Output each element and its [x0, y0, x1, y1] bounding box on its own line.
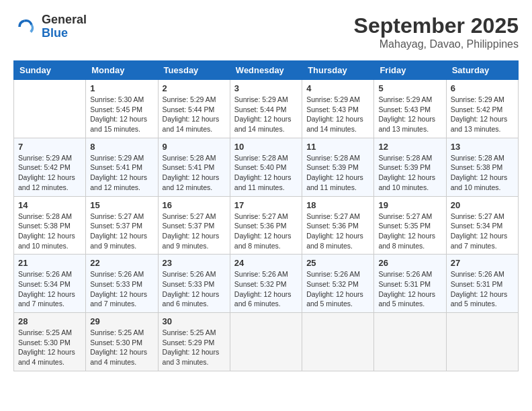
day-info: Sunrise: 5:29 AM Sunset: 5:44 PM Dayligh… — [163, 95, 226, 134]
day-info: Sunrise: 5:26 AM Sunset: 5:31 PM Dayligh… — [451, 269, 514, 309]
table-row: 28Sunrise: 5:25 AM Sunset: 5:30 PM Dayli… — [14, 313, 86, 371]
table-row — [374, 313, 446, 371]
title-block: September 2025 Mahayag, Davao, Philippin… — [354, 13, 519, 50]
day-info: Sunrise: 5:29 AM Sunset: 5:43 PM Dayligh… — [306, 95, 369, 134]
table-row: 26Sunrise: 5:26 AM Sunset: 5:31 PM Dayli… — [374, 255, 446, 313]
day-number: 10 — [234, 142, 298, 152]
table-row: 15Sunrise: 5:27 AM Sunset: 5:37 PM Dayli… — [86, 196, 158, 255]
table-row: 7Sunrise: 5:29 AM Sunset: 5:42 PM Daylig… — [14, 138, 86, 196]
col-tuesday: Tuesday — [158, 61, 230, 80]
calendar-header-row: Sunday Monday Tuesday Wednesday Thursday… — [14, 61, 519, 80]
day-number: 13 — [451, 142, 514, 152]
day-info: Sunrise: 5:28 AM Sunset: 5:38 PM Dayligh… — [451, 153, 514, 193]
day-number: 28 — [18, 316, 81, 326]
day-info: Sunrise: 5:28 AM Sunset: 5:39 PM Dayligh… — [378, 153, 441, 193]
table-row — [446, 313, 518, 371]
day-info: Sunrise: 5:28 AM Sunset: 5:41 PM Dayligh… — [163, 153, 226, 193]
day-info: Sunrise: 5:27 AM Sunset: 5:37 PM Dayligh… — [90, 212, 153, 251]
day-number: 6 — [451, 83, 514, 93]
day-info: Sunrise: 5:29 AM Sunset: 5:42 PM Dayligh… — [18, 153, 81, 193]
table-row: 1Sunrise: 5:30 AM Sunset: 5:45 PM Daylig… — [86, 80, 158, 138]
location-title: Mahayag, Davao, Philippines — [354, 38, 519, 50]
day-number: 27 — [451, 258, 514, 268]
day-number: 3 — [234, 83, 298, 93]
logo-text: General Blue — [42, 13, 87, 40]
day-number: 29 — [90, 316, 153, 326]
logo-icon — [13, 15, 38, 39]
day-number: 14 — [18, 200, 81, 210]
table-row — [302, 313, 374, 371]
col-saturday: Saturday — [446, 61, 518, 80]
day-info: Sunrise: 5:25 AM Sunset: 5:30 PM Dayligh… — [90, 328, 153, 367]
table-row: 4Sunrise: 5:29 AM Sunset: 5:43 PM Daylig… — [302, 80, 374, 138]
day-number: 16 — [163, 200, 226, 210]
col-thursday: Thursday — [302, 61, 374, 80]
col-friday: Friday — [374, 61, 446, 80]
table-row: 10Sunrise: 5:28 AM Sunset: 5:40 PM Dayli… — [230, 138, 302, 196]
day-info: Sunrise: 5:27 AM Sunset: 5:36 PM Dayligh… — [234, 212, 298, 251]
day-info: Sunrise: 5:29 AM Sunset: 5:41 PM Dayligh… — [90, 153, 153, 193]
table-row: 29Sunrise: 5:25 AM Sunset: 5:30 PM Dayli… — [86, 313, 158, 371]
table-row — [230, 313, 302, 371]
day-number: 19 — [378, 200, 441, 210]
table-row: 3Sunrise: 5:29 AM Sunset: 5:44 PM Daylig… — [230, 80, 302, 138]
table-row: 20Sunrise: 5:27 AM Sunset: 5:34 PM Dayli… — [446, 196, 518, 255]
day-info: Sunrise: 5:28 AM Sunset: 5:39 PM Dayligh… — [306, 153, 369, 193]
table-row: 25Sunrise: 5:26 AM Sunset: 5:32 PM Dayli… — [302, 255, 374, 313]
day-number: 9 — [163, 142, 226, 152]
day-number: 11 — [306, 142, 369, 152]
day-info: Sunrise: 5:26 AM Sunset: 5:34 PM Dayligh… — [18, 269, 81, 309]
day-number: 25 — [306, 258, 369, 268]
table-row: 5Sunrise: 5:29 AM Sunset: 5:43 PM Daylig… — [374, 80, 446, 138]
day-number: 18 — [306, 200, 369, 210]
table-row: 19Sunrise: 5:27 AM Sunset: 5:35 PM Dayli… — [374, 196, 446, 255]
table-row: 21Sunrise: 5:26 AM Sunset: 5:34 PM Dayli… — [14, 255, 86, 313]
table-row: 12Sunrise: 5:28 AM Sunset: 5:39 PM Dayli… — [374, 138, 446, 196]
day-number: 30 — [163, 316, 226, 326]
day-info: Sunrise: 5:27 AM Sunset: 5:35 PM Dayligh… — [378, 212, 441, 251]
day-number: 17 — [234, 200, 298, 210]
page-header: General Blue September 2025 Mahayag, Dav… — [13, 13, 519, 50]
day-info: Sunrise: 5:26 AM Sunset: 5:33 PM Dayligh… — [163, 269, 226, 309]
day-info: Sunrise: 5:27 AM Sunset: 5:36 PM Dayligh… — [306, 212, 369, 251]
month-title: September 2025 — [354, 13, 519, 38]
day-number: 1 — [90, 83, 153, 93]
day-number: 21 — [18, 258, 81, 268]
logo: General Blue — [13, 13, 87, 40]
col-sunday: Sunday — [14, 61, 86, 80]
calendar-week-row: 1Sunrise: 5:30 AM Sunset: 5:45 PM Daylig… — [14, 80, 519, 138]
day-number: 12 — [378, 142, 441, 152]
table-row: 24Sunrise: 5:26 AM Sunset: 5:32 PM Dayli… — [230, 255, 302, 313]
day-info: Sunrise: 5:28 AM Sunset: 5:38 PM Dayligh… — [18, 212, 81, 251]
table-row: 11Sunrise: 5:28 AM Sunset: 5:39 PM Dayli… — [302, 138, 374, 196]
table-row: 8Sunrise: 5:29 AM Sunset: 5:41 PM Daylig… — [86, 138, 158, 196]
day-number: 26 — [378, 258, 441, 268]
day-number: 24 — [234, 258, 298, 268]
day-info: Sunrise: 5:27 AM Sunset: 5:34 PM Dayligh… — [451, 212, 514, 251]
day-number: 15 — [90, 200, 153, 210]
day-info: Sunrise: 5:29 AM Sunset: 5:43 PM Dayligh… — [378, 95, 441, 134]
table-row: 18Sunrise: 5:27 AM Sunset: 5:36 PM Dayli… — [302, 196, 374, 255]
day-number: 5 — [378, 83, 441, 93]
logo-blue-text: Blue — [42, 27, 87, 40]
table-row — [14, 80, 86, 138]
day-info: Sunrise: 5:26 AM Sunset: 5:33 PM Dayligh… — [90, 269, 153, 309]
day-info: Sunrise: 5:28 AM Sunset: 5:40 PM Dayligh… — [234, 153, 298, 193]
table-row: 30Sunrise: 5:25 AM Sunset: 5:29 PM Dayli… — [158, 313, 230, 371]
day-number: 7 — [18, 142, 81, 152]
table-row: 22Sunrise: 5:26 AM Sunset: 5:33 PM Dayli… — [86, 255, 158, 313]
calendar-week-row: 28Sunrise: 5:25 AM Sunset: 5:30 PM Dayli… — [14, 313, 519, 371]
col-monday: Monday — [86, 61, 158, 80]
table-row: 13Sunrise: 5:28 AM Sunset: 5:38 PM Dayli… — [446, 138, 518, 196]
day-info: Sunrise: 5:26 AM Sunset: 5:32 PM Dayligh… — [306, 269, 369, 309]
table-row: 14Sunrise: 5:28 AM Sunset: 5:38 PM Dayli… — [14, 196, 86, 255]
day-info: Sunrise: 5:29 AM Sunset: 5:42 PM Dayligh… — [451, 95, 514, 134]
table-row: 23Sunrise: 5:26 AM Sunset: 5:33 PM Dayli… — [158, 255, 230, 313]
day-info: Sunrise: 5:26 AM Sunset: 5:32 PM Dayligh… — [234, 269, 298, 309]
day-number: 22 — [90, 258, 153, 268]
table-row: 6Sunrise: 5:29 AM Sunset: 5:42 PM Daylig… — [446, 80, 518, 138]
logo-general-text: General — [42, 13, 87, 27]
day-info: Sunrise: 5:26 AM Sunset: 5:31 PM Dayligh… — [378, 269, 441, 309]
calendar-week-row: 7Sunrise: 5:29 AM Sunset: 5:42 PM Daylig… — [14, 138, 519, 196]
table-row: 9Sunrise: 5:28 AM Sunset: 5:41 PM Daylig… — [158, 138, 230, 196]
